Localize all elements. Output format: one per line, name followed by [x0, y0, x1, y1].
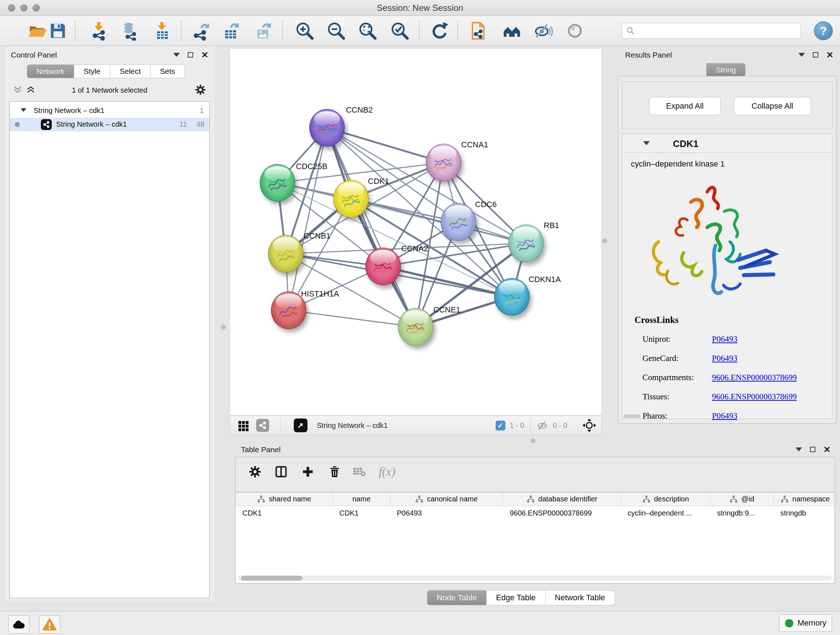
- results-scroll-nub[interactable]: [624, 415, 640, 418]
- grid-view-button[interactable]: [237, 416, 249, 435]
- function-builder-button[interactable]: f(x): [374, 463, 400, 480]
- table-options-button[interactable]: [246, 463, 264, 480]
- crosslink-link[interactable]: 9606.ENSP00000378699: [712, 373, 797, 382]
- results-panel-float-icon[interactable]: [813, 52, 818, 57]
- table-row[interactable]: CDK1CDK1P064939606.ENSP00000378699cyclin…: [236, 506, 834, 520]
- network-node-CDC6[interactable]: [441, 203, 476, 241]
- open-in-window-button[interactable]: [294, 416, 308, 435]
- column-header-canonical-name[interactable]: canonical name: [390, 492, 503, 506]
- column-header-database-identifier[interactable]: database identifier: [503, 492, 621, 506]
- homology-button[interactable]: [501, 20, 523, 41]
- table-panel-menu-icon[interactable]: [796, 448, 802, 451]
- column-header-description[interactable]: description: [621, 492, 711, 506]
- bottom-splitter-handle[interactable]: [531, 439, 535, 443]
- network-edge-CCNB2-CCNE1[interactable]: [327, 128, 416, 327]
- network-node-CDK1[interactable]: [333, 180, 369, 218]
- export-image-button[interactable]: [253, 20, 274, 41]
- network-options-gear-icon[interactable]: [195, 84, 206, 96]
- search-input[interactable]: [635, 24, 801, 38]
- open-session-button[interactable]: [27, 20, 48, 41]
- network-node-CDC25B[interactable]: [260, 164, 295, 202]
- right-splitter-handle[interactable]: [602, 239, 607, 243]
- control-panel-menu-icon[interactable]: [173, 53, 180, 57]
- table-cell[interactable]: cyclin–dependent ...: [621, 506, 711, 520]
- zoom-selected-button[interactable]: [389, 20, 410, 41]
- table-cell[interactable]: CDK1: [333, 506, 390, 520]
- network-edge-HIST1H1A-CCNE1[interactable]: [289, 310, 416, 327]
- network-node-RB1[interactable]: [508, 225, 544, 262]
- table-cell[interactable]: stringdb: [774, 506, 837, 520]
- network-badge-button[interactable]: [256, 416, 269, 435]
- control-tab-sets[interactable]: Sets: [150, 65, 185, 78]
- warnings-button[interactable]: [39, 616, 60, 633]
- zoom-in-button[interactable]: [294, 20, 315, 41]
- results-tab-string[interactable]: String: [706, 63, 745, 77]
- table-tab-node-table[interactable]: Node Table: [427, 590, 486, 605]
- results-panel-menu-icon[interactable]: [798, 53, 805, 57]
- zoom-out-button[interactable]: [325, 20, 347, 41]
- crosslink-link[interactable]: P06493: [712, 354, 737, 363]
- show-columns-button[interactable]: [272, 463, 290, 480]
- export-network-icon: [191, 21, 210, 41]
- birds-eye-button[interactable]: [582, 416, 597, 435]
- import-table-button[interactable]: [152, 20, 173, 41]
- presentation-button[interactable]: [564, 20, 585, 41]
- table-cell[interactable]: stringdb:9...: [711, 506, 774, 520]
- control-panel-float-icon[interactable]: [188, 52, 193, 57]
- network-node-CCNA2[interactable]: [365, 248, 401, 285]
- table-panel-close-icon[interactable]: ✕: [823, 447, 831, 452]
- control-tab-select[interactable]: Select: [111, 65, 150, 78]
- network-node-CCNB2[interactable]: [309, 109, 345, 147]
- crosslink-link[interactable]: 9606.ENSP00000378699: [712, 392, 797, 402]
- create-column-button[interactable]: [299, 463, 317, 480]
- network-collection-row[interactable]: String Network – cdk1 1: [10, 104, 210, 118]
- table-cell[interactable]: P06493: [390, 506, 503, 520]
- node-details-header[interactable]: CDK1: [622, 134, 832, 153]
- selected-checkbox-icon[interactable]: ✓: [496, 421, 505, 431]
- network-node-CCNB1[interactable]: [268, 235, 303, 272]
- hide-graphics-button[interactable]: [533, 20, 554, 41]
- delete-column-button[interactable]: [326, 463, 343, 480]
- column-header-namespace[interactable]: namespace: [774, 492, 837, 506]
- export-table-button[interactable]: [221, 20, 242, 41]
- column-header-@id[interactable]: @id: [711, 492, 774, 506]
- crosslink-link[interactable]: P06493: [712, 411, 737, 421]
- table-tab-edge-table[interactable]: Edge Table: [486, 590, 546, 605]
- zoom-fit-button[interactable]: [357, 20, 378, 41]
- details-collapse-icon[interactable]: [643, 141, 650, 145]
- delete-table-button[interactable]: [351, 463, 368, 480]
- crosslink-link[interactable]: P06493: [712, 334, 737, 344]
- network-view-canvas[interactable]: CCNB2CCNA1CDC25BCDK1CDC6RB1CCNB1CCNA2CDK…: [230, 48, 602, 416]
- network-node-CCNA1[interactable]: [426, 144, 461, 181]
- string-app-button[interactable]: [469, 20, 489, 41]
- table-tabs: Node TableEdge TableNetwork Table: [427, 590, 615, 605]
- column-header-name[interactable]: name: [333, 492, 390, 506]
- control-tab-network[interactable]: Network: [27, 65, 74, 78]
- table-hscroll-thumb[interactable]: [241, 576, 302, 581]
- table-cell[interactable]: 9606.ENSP00000378699: [503, 506, 621, 520]
- import-database-button[interactable]: [118, 20, 140, 41]
- import-network-button[interactable]: [88, 20, 109, 41]
- tree-expander-icon[interactable]: [21, 108, 27, 112]
- table-panel-float-icon[interactable]: [810, 447, 815, 452]
- table-hscrollbar[interactable]: [238, 576, 832, 581]
- control-panel-close-icon[interactable]: ✕: [201, 52, 208, 57]
- memory-button[interactable]: Memory: [779, 614, 832, 632]
- export-network-button[interactable]: [190, 20, 211, 41]
- table-cell[interactable]: CDK1: [236, 506, 333, 520]
- network-node-CCNE1[interactable]: [398, 308, 433, 346]
- cloud-button[interactable]: [8, 616, 29, 633]
- network-node-CDKN1A[interactable]: [494, 278, 530, 316]
- refresh-button[interactable]: [429, 20, 450, 41]
- help-button[interactable]: ?: [814, 21, 833, 40]
- network-edge-CCNB2-HIST1H1A[interactable]: [289, 128, 327, 310]
- left-splitter-handle[interactable]: [221, 325, 226, 329]
- column-header-shared-name[interactable]: shared name: [236, 492, 333, 506]
- expand-all-button[interactable]: Expand All: [649, 97, 721, 115]
- collapse-all-button[interactable]: Collapse All: [734, 97, 811, 115]
- control-tab-style[interactable]: Style: [74, 65, 111, 78]
- network-row-selected[interactable]: String Network – cdk1 11 48: [10, 118, 210, 131]
- results-panel-close-icon[interactable]: ✕: [826, 52, 834, 57]
- save-session-button[interactable]: [47, 20, 68, 41]
- table-tab-network-table[interactable]: Network Table: [546, 590, 615, 605]
